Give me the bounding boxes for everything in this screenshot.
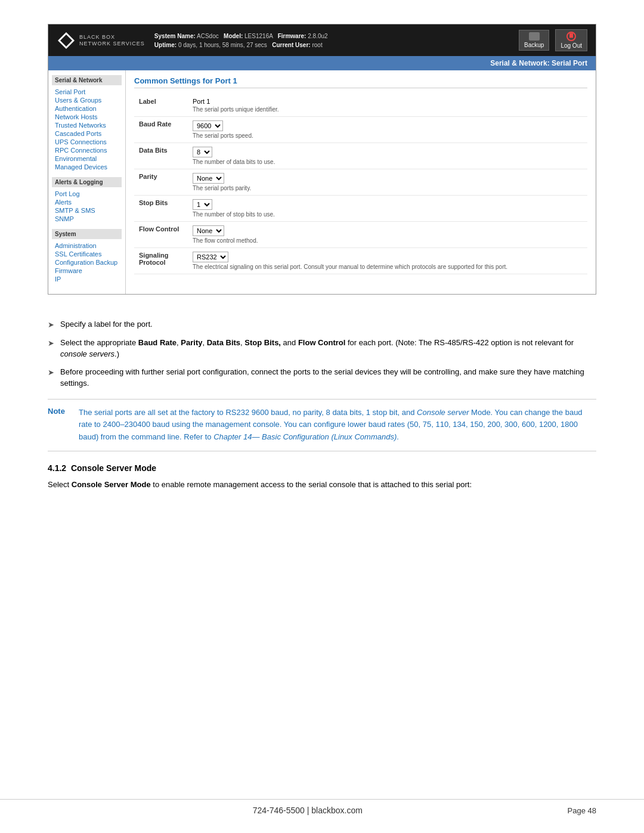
backup-button[interactable]: Backup bbox=[519, 30, 549, 51]
stop-bits-desc: The number of stop bits to use. bbox=[193, 211, 583, 218]
model-value: LES1216A bbox=[244, 33, 273, 39]
field-value-stop-bits: 1 The number of stop bits to use. bbox=[188, 196, 587, 222]
sidebar-link-ssl-certificates[interactable]: SSL Certificates bbox=[52, 250, 122, 258]
bullet-arrow-3: ➤ bbox=[48, 367, 54, 379]
breadcrumb-bar: Serial & Network: Serial Port bbox=[48, 56, 596, 70]
field-row-signaling-protocol: SignalingProtocol RS232 The electrical s… bbox=[134, 248, 587, 274]
logout-button[interactable]: Log Out bbox=[555, 29, 587, 51]
system-name-label: System Name: bbox=[154, 33, 196, 39]
system-name-value: ACSdoc bbox=[197, 33, 219, 39]
field-label-flow-control: Flow Control bbox=[134, 222, 188, 248]
sidebar-link-ip[interactable]: IP bbox=[52, 275, 122, 283]
footer-website: blackbox.com bbox=[311, 806, 363, 815]
field-value-baud: 9600 The serial ports speed. bbox=[188, 117, 587, 143]
data-bits-select[interactable]: 8 bbox=[193, 147, 212, 157]
parity-value: None bbox=[193, 173, 583, 184]
field-row-stop-bits: Stop Bits 1 The number of stop bits to u… bbox=[134, 196, 587, 222]
note-box: Note The serial ports are all set at the… bbox=[48, 399, 596, 451]
footer-page: Page 48 bbox=[568, 806, 596, 815]
field-label-parity: Parity bbox=[134, 169, 188, 196]
bullet-item-2: ➤ Select the appropriate Baud Rate, Pari… bbox=[48, 337, 596, 360]
data-bits-desc: The number of data bits to use. bbox=[193, 159, 583, 165]
sidebar-section-alerts-logging: Alerts & Logging Port Log Alerts SMTP & … bbox=[52, 177, 122, 223]
sidebar-link-environmental[interactable]: Environmental bbox=[52, 154, 122, 163]
field-row-data-bits: Data Bits 8 The number of data bits to u… bbox=[134, 143, 587, 169]
field-label-label: Label bbox=[134, 94, 188, 117]
baud-desc: The serial ports speed. bbox=[193, 132, 583, 139]
sidebar-link-alerts[interactable]: Alerts bbox=[52, 198, 122, 206]
bb-system-info: System Name: ACSdoc Model: LES1216A Firm… bbox=[154, 32, 509, 49]
sidebar-link-serial-port[interactable]: Serial Port bbox=[52, 88, 122, 96]
field-label-data-bits: Data Bits bbox=[134, 143, 188, 169]
current-user-label: Current User: bbox=[272, 42, 310, 48]
parity-desc: The serial ports parity. bbox=[193, 185, 583, 191]
flow-control-desc: The flow control method. bbox=[193, 237, 583, 244]
sidebar-link-managed-devices[interactable]: Managed Devices bbox=[52, 163, 122, 171]
field-label-stop-bits: Stop Bits bbox=[134, 196, 188, 222]
stop-bits-select[interactable]: 1 bbox=[193, 199, 212, 210]
uptime-label: Uptime: bbox=[154, 42, 177, 48]
field-value-flow-control: None The flow control method. bbox=[188, 222, 587, 248]
sidebar-link-firmware[interactable]: Firmware bbox=[52, 267, 122, 275]
sidebar-link-network-hosts[interactable]: Network Hosts bbox=[52, 113, 122, 121]
bb-actions: Backup Log Out bbox=[519, 29, 587, 51]
bullet-item-3: ➤ Before proceeding with further serial … bbox=[48, 366, 596, 389]
bb-uptime-line: Uptime: 0 days, 1 hours, 58 mins, 27 sec… bbox=[154, 41, 509, 49]
firmware-label: Firmware: bbox=[278, 33, 306, 39]
sidebar-link-users-groups[interactable]: Users & Groups bbox=[52, 96, 122, 104]
bullet-text-3: Before proceeding with further serial po… bbox=[60, 366, 596, 389]
signaling-protocol-select[interactable]: RS232 bbox=[193, 252, 228, 262]
page-footer: 724-746-5500 | blackbox.com Page 48 bbox=[0, 799, 644, 815]
sidebar-link-config-backup[interactable]: Configuration Backup bbox=[52, 258, 122, 267]
field-value-data-bits: 8 The number of data bits to use. bbox=[188, 143, 587, 169]
bb-system-name-line: System Name: ACSdoc Model: LES1216A Firm… bbox=[154, 32, 509, 41]
field-value-label: Port 1 The serial ports unique identifie… bbox=[188, 94, 587, 117]
sidebar-link-ups-connections[interactable]: UPS Connections bbox=[52, 138, 122, 146]
bb-diamond-icon bbox=[57, 31, 76, 50]
sidebar-link-trusted-networks[interactable]: Trusted Networks bbox=[52, 121, 122, 129]
sidebar-section-system: System Administration SSL Certificates C… bbox=[52, 229, 122, 283]
sidebar-section-title-serial: Serial & Network bbox=[52, 75, 122, 85]
page-body: ➤ Specify a label for the port. ➤ Select… bbox=[48, 318, 596, 501]
parity-select[interactable]: None bbox=[193, 173, 224, 184]
bullet-text-2: Select the appropriate Baud Rate, Parity… bbox=[60, 337, 596, 360]
sidebar: Serial & Network Serial Port Users & Gro… bbox=[48, 70, 126, 294]
field-row-flow-control: Flow Control None The flow control metho… bbox=[134, 222, 587, 248]
content-panel: Common Settings for Port 1 Label Port 1 … bbox=[126, 70, 596, 294]
field-row-label: Label Port 1 The serial ports unique ide… bbox=[134, 94, 587, 117]
data-bits-value: 8 bbox=[193, 147, 583, 157]
field-label-signaling: SignalingProtocol bbox=[134, 248, 188, 274]
baud-value: 9600 bbox=[193, 120, 583, 131]
sidebar-link-rpc-connections[interactable]: RPC Connections bbox=[52, 146, 122, 154]
bullet-item-1: ➤ Specify a label for the port. bbox=[48, 318, 596, 331]
bullet-list: ➤ Specify a label for the port. ➤ Select… bbox=[48, 318, 596, 389]
note-content: The serial ports are all set at the fact… bbox=[79, 407, 596, 444]
label-value: Port 1 bbox=[193, 98, 583, 105]
field-value-signaling: RS232 The electrical signaling on this s… bbox=[188, 248, 587, 274]
uptime-value: 0 days, 1 hours, 58 mins, 27 secs bbox=[178, 42, 267, 48]
form-table: Label Port 1 The serial ports unique ide… bbox=[134, 94, 587, 274]
sidebar-link-authentication[interactable]: Authentication bbox=[52, 104, 122, 113]
bullet-arrow-1: ➤ bbox=[48, 319, 54, 331]
bb-header: BLACK BOX NETWORK SERVICES System Name: … bbox=[48, 24, 596, 56]
bb-logo-sub: NETWORK SERVICES bbox=[79, 41, 145, 47]
sidebar-link-administration[interactable]: Administration bbox=[52, 241, 122, 250]
subsection-number: 4.1.2 bbox=[48, 463, 66, 473]
flow-control-select[interactable]: None bbox=[193, 225, 224, 236]
sidebar-section-title-system: System bbox=[52, 229, 122, 239]
page-container: BLACK BOX NETWORK SERVICES System Name: … bbox=[0, 0, 644, 833]
bb-logo-name: BLACK BOX bbox=[79, 34, 145, 41]
current-user-value: root bbox=[312, 42, 322, 48]
sidebar-link-smtp-sms[interactable]: SMTP & SMS bbox=[52, 206, 122, 215]
sidebar-link-cascaded-ports[interactable]: Cascaded Ports bbox=[52, 129, 122, 138]
bb-logo-text: BLACK BOX NETWORK SERVICES bbox=[79, 34, 145, 47]
ui-screenshot: BLACK BOX NETWORK SERVICES System Name: … bbox=[48, 24, 596, 295]
sidebar-section-serial-network: Serial & Network Serial Port Users & Gro… bbox=[52, 75, 122, 171]
baud-rate-select[interactable]: 9600 bbox=[193, 120, 223, 131]
footer-phone: 724-746-5500 bbox=[253, 806, 305, 815]
sidebar-link-port-log[interactable]: Port Log bbox=[52, 190, 122, 198]
label-desc: The serial ports unique identifier. bbox=[193, 106, 583, 113]
subsection-intro: Select Console Server Mode to enable rem… bbox=[48, 479, 596, 491]
sidebar-link-snmp[interactable]: SNMP bbox=[52, 215, 122, 223]
section-title: Common Settings for Port 1 bbox=[134, 76, 587, 88]
